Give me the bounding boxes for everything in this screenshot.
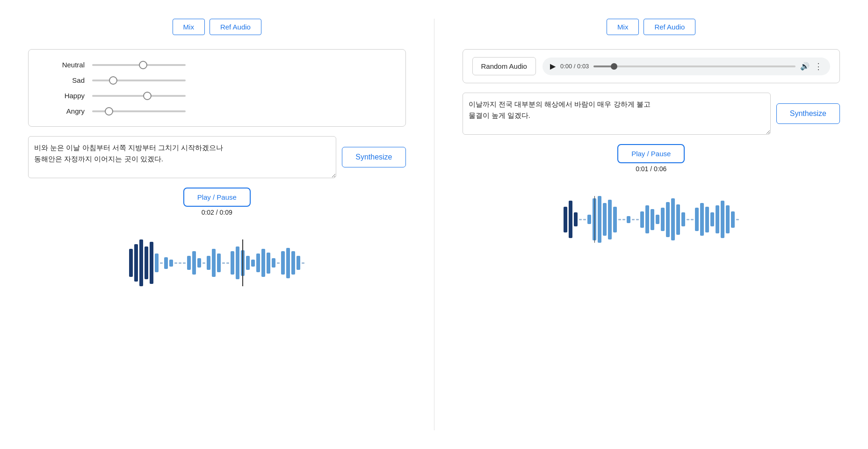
left-panel: Mix Ref Audio Neutral Sad Happy Angry 비와… bbox=[28, 19, 406, 430]
left-button-row: Mix Ref Audio bbox=[28, 19, 406, 35]
waveform-bar bbox=[613, 207, 617, 232]
waveform-bar bbox=[583, 219, 586, 220]
waveform-bar bbox=[726, 205, 730, 233]
right-waveform-container bbox=[463, 182, 840, 257]
waveform-bar bbox=[256, 253, 260, 272]
waveform-bar bbox=[627, 216, 630, 223]
right-play-pause-button[interactable]: Play / Pause bbox=[617, 144, 685, 163]
slider-sad[interactable] bbox=[92, 80, 186, 81]
waveform-bar bbox=[236, 246, 239, 279]
waveform-bar bbox=[197, 258, 201, 268]
waveform-bar bbox=[676, 204, 680, 235]
waveform-bar bbox=[169, 260, 173, 267]
waveform-bar bbox=[716, 205, 719, 233]
waveform-bar bbox=[587, 215, 591, 224]
waveform-bar bbox=[145, 246, 148, 279]
waveform-bar bbox=[656, 215, 659, 224]
waveform-bar bbox=[569, 201, 572, 238]
waveform-bar bbox=[267, 253, 270, 274]
waveform-bar bbox=[564, 207, 567, 232]
waveform-bar bbox=[691, 219, 694, 220]
slider-label-happy: Happy bbox=[47, 92, 85, 100]
slider-angry[interactable] bbox=[92, 110, 186, 112]
waveform-bar bbox=[598, 196, 601, 243]
left-play-pause-button[interactable]: Play / Pause bbox=[183, 188, 251, 207]
waveform-bar bbox=[632, 219, 635, 220]
waveform-bar bbox=[226, 262, 229, 264]
right-synthesize-button[interactable]: Synthesize bbox=[776, 103, 840, 124]
right-text-input[interactable]: 이날까지 전국 대부분의 해상에서 바람이 매우 강하게 불고 물결이 높게 일… bbox=[463, 93, 771, 135]
slider-label-sad: Sad bbox=[47, 76, 85, 84]
waveform-bar bbox=[134, 244, 138, 282]
waveform-bar bbox=[251, 260, 255, 267]
waveform-bar bbox=[297, 256, 300, 270]
random-audio-button[interactable]: Random Audio bbox=[472, 57, 536, 75]
audio-progress-thumb bbox=[611, 63, 617, 70]
panel-divider bbox=[434, 19, 434, 430]
right-button-row: Mix Ref Audio bbox=[463, 19, 840, 35]
playhead bbox=[594, 196, 595, 243]
waveform-bar bbox=[721, 201, 724, 238]
waveform-bar bbox=[277, 262, 280, 264]
right-panel: Mix Ref Audio Random Audio ▶ 0:00 / 0:03… bbox=[463, 19, 840, 430]
waveform-bar bbox=[183, 262, 186, 264]
waveform-bar bbox=[736, 219, 739, 220]
waveform-bar bbox=[150, 242, 153, 284]
waveform-bar bbox=[212, 249, 216, 277]
audio-controls: ▶ 0:00 / 0:03 🔊 ⋮ bbox=[542, 58, 830, 75]
slider-row-angry: Angry bbox=[47, 107, 387, 115]
waveform-bar bbox=[302, 262, 304, 264]
main-container: Mix Ref Audio Neutral Sad Happy Angry 비와… bbox=[0, 0, 868, 449]
waveform-bar bbox=[139, 239, 143, 286]
slider-label-angry: Angry bbox=[47, 107, 85, 115]
audio-progress-filled bbox=[593, 65, 614, 67]
waveform-bar bbox=[687, 219, 689, 220]
waveform-bar bbox=[187, 256, 191, 270]
waveform-bar bbox=[671, 198, 675, 240]
waveform-bar bbox=[681, 212, 685, 226]
audio-player-box: Random Audio ▶ 0:00 / 0:03 🔊 ⋮ bbox=[463, 49, 840, 83]
audio-time: 0:00 / 0:03 bbox=[560, 63, 589, 70]
waveform-bar bbox=[155, 253, 159, 272]
audio-progress[interactable] bbox=[593, 65, 796, 67]
waveform-bar bbox=[622, 219, 625, 220]
right-play-pause-section: Play / Pause 0:01 / 0:06 bbox=[463, 144, 840, 173]
sliders-box: Neutral Sad Happy Angry bbox=[28, 49, 406, 127]
waveform-bar bbox=[291, 251, 295, 275]
waveform-bar bbox=[705, 207, 709, 232]
right-ref-audio-button[interactable]: Ref Audio bbox=[644, 19, 695, 35]
waveform-bar bbox=[217, 253, 221, 272]
volume-icon[interactable]: 🔊 bbox=[800, 62, 810, 71]
waveform-bar bbox=[203, 262, 205, 264]
slider-row-happy: Happy bbox=[47, 92, 387, 100]
waveform-bar bbox=[164, 257, 168, 269]
left-ref-audio-button[interactable]: Ref Audio bbox=[210, 19, 261, 35]
waveform-bar bbox=[608, 200, 612, 239]
left-synthesize-button[interactable]: Synthesize bbox=[342, 147, 405, 167]
more-icon[interactable]: ⋮ bbox=[814, 61, 823, 72]
left-text-synth-row: 비와 눈은 이날 아침부터 서쪽 지방부터 그치기 시작하겠으나 동해안은 자정… bbox=[28, 136, 406, 178]
slider-row-sad: Sad bbox=[47, 76, 387, 84]
waveform-bar bbox=[618, 219, 621, 220]
slider-label-neutral: Neutral bbox=[47, 61, 85, 69]
waveform-bar bbox=[710, 212, 714, 226]
right-time-label: 0:01 / 0:06 bbox=[636, 165, 666, 173]
left-waveform bbox=[129, 239, 304, 286]
waveform-bar bbox=[246, 256, 250, 270]
waveform-bar bbox=[731, 211, 735, 228]
waveform-bar bbox=[666, 202, 670, 237]
slider-happy[interactable] bbox=[92, 95, 186, 97]
waveform-bar bbox=[286, 248, 290, 278]
right-mix-button[interactable]: Mix bbox=[607, 19, 639, 35]
waveform-bar bbox=[651, 209, 654, 230]
waveform-bar bbox=[222, 262, 225, 264]
slider-neutral[interactable] bbox=[92, 64, 186, 66]
waveform-bar bbox=[272, 258, 275, 268]
waveform-bar bbox=[129, 249, 133, 277]
waveform-bar bbox=[160, 262, 163, 264]
left-text-input[interactable]: 비와 눈은 이날 아침부터 서쪽 지방부터 그치기 시작하겠으나 동해안은 자정… bbox=[28, 136, 336, 178]
left-waveform-container bbox=[28, 225, 406, 300]
audio-play-button[interactable]: ▶ bbox=[550, 62, 556, 71]
left-mix-button[interactable]: Mix bbox=[173, 19, 205, 35]
left-play-pause-section: Play / Pause 0:02 / 0:09 bbox=[28, 188, 406, 216]
